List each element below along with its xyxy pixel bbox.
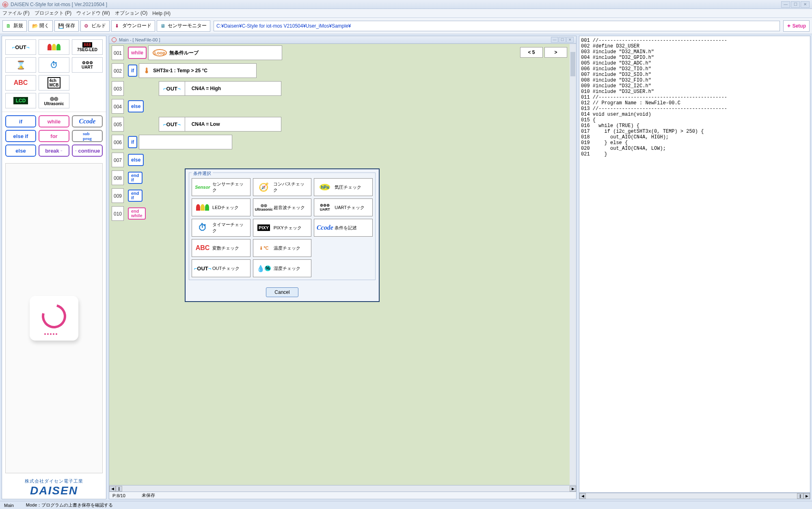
editor-title: Main - [ NewFile-00 ] xyxy=(119,37,160,42)
setup-icon: ✦ xyxy=(787,23,791,29)
palette-abc[interactable]: ABC xyxy=(5,75,36,91)
led-icon xyxy=(194,201,211,214)
build-button[interactable]: ⚙ビルド xyxy=(80,20,110,32)
dlg-abc[interactable]: ABC変数チェック xyxy=(192,239,251,257)
menu-project[interactable]: プロジェクト (P) xyxy=(35,10,71,17)
menubar: ファイル (F) プロジェクト (P) ウィンドウ (W) オプション (O) … xyxy=(0,9,812,18)
block-if2-cond[interactable] xyxy=(139,135,232,149)
flow-vscroll[interactable] xyxy=(570,44,576,485)
block-while[interactable]: while xyxy=(128,47,147,59)
editor-titlebar: Main - [ NewFile-00 ] — ☐ ✕ xyxy=(109,36,577,44)
block-else2[interactable]: else xyxy=(128,154,144,166)
build-icon: ⚙ xyxy=(84,23,90,29)
minimize-button[interactable]: — xyxy=(781,1,790,8)
ctrl-subprog[interactable]: sub prog xyxy=(72,130,103,142)
block-endwhile[interactable]: end while xyxy=(128,207,146,220)
ctrl-for[interactable]: for xyxy=(39,130,69,142)
palette-ultrasonic[interactable]: ◎◎Ultrasonic xyxy=(39,93,69,108)
toolbar: 🗎新規 📂開く 💾保存 ⚙ビルド ⬇ダウンロード 🖥センサーモニター C:¥Da… xyxy=(0,18,812,34)
right-panel: 001 //----------------------------------… xyxy=(579,36,810,499)
palette-out[interactable]: ⌐OUT¬ xyxy=(5,39,36,55)
hscroll-right[interactable]: ▶ xyxy=(570,486,576,492)
menu-window[interactable]: ウィンドウ (W) xyxy=(76,10,110,17)
condition-dialog: 条件選択 Sensorセンサーチェック 🧭コンパスチェック hPa気圧チェック … xyxy=(185,168,380,302)
palette-lcd[interactable]: LCD xyxy=(5,93,36,108)
nav-back[interactable]: < 5 xyxy=(520,47,543,58)
status-mode: Mode：プログラムの上書き保存を確認する xyxy=(26,502,113,508)
dlg-sensor[interactable]: Sensorセンサーチェック xyxy=(192,178,251,196)
menu-file[interactable]: ファイル (F) xyxy=(2,10,30,17)
flow-hscroll[interactable]: ◀ ‖ ▶ xyxy=(109,485,577,492)
sensor-monitor-button[interactable]: 🖥センサーモニター xyxy=(157,20,210,32)
hpa-icon: hPa xyxy=(317,181,333,194)
palette-7seg[interactable]: 8887SEG-LED xyxy=(72,39,103,55)
code-view[interactable]: 001 //----------------------------------… xyxy=(579,36,810,493)
ctrl-continue[interactable]: ←continue xyxy=(72,145,103,157)
block-loop[interactable]: Loop無条件ループ xyxy=(148,45,282,60)
dlg-hpa[interactable]: hPa気圧チェック xyxy=(314,178,373,196)
close-button[interactable]: ✕ xyxy=(801,1,810,8)
palette-uart[interactable]: ⚙⚙⚙UART xyxy=(72,57,103,73)
download-button[interactable]: ⬇ダウンロード xyxy=(111,20,155,32)
dlg-pixy[interactable]: PIXYPIXYチェック xyxy=(253,219,312,237)
dlg-temp[interactable]: 🌡℃温度チェック xyxy=(253,239,312,257)
code-hscroll[interactable]: ◀ ‖ ▶ xyxy=(579,493,810,499)
uart-icon: ⚙⚙⚙ xyxy=(82,60,93,65)
hscroll-left[interactable]: ◀ xyxy=(109,486,116,492)
open-button[interactable]: 📂開く xyxy=(28,20,53,32)
block-endif[interactable]: end if xyxy=(128,172,143,184)
path-field[interactable]: C:¥Daisen¥C-Style for iot-mos V210504¥Us… xyxy=(214,21,780,31)
editor-close[interactable]: ✕ xyxy=(566,37,574,43)
block-if2[interactable]: if xyxy=(128,136,137,148)
ctrl-else[interactable]: else xyxy=(5,145,36,157)
temp-icon: 🌡℃ xyxy=(256,242,272,254)
brand-jp: 株式会社ダイセン電子工業 xyxy=(5,478,103,484)
dlg-ultrasonic[interactable]: ◎◎Ultrasonic超音波チェック xyxy=(253,198,312,216)
compass-icon: 🧭 xyxy=(256,181,272,194)
setup-button[interactable]: ✦Setup xyxy=(783,20,810,32)
palette-led[interactable] xyxy=(39,39,69,55)
brand: 株式会社ダイセン電子工業 DAISEN xyxy=(2,477,106,499)
editor-maximize[interactable]: ☐ xyxy=(559,37,566,43)
device-preview xyxy=(5,163,103,473)
palette-empty1 xyxy=(72,75,103,91)
block-if-cond[interactable]: 🌡SHT3x-1 : Temp > 25 °C xyxy=(139,63,257,78)
cancel-button[interactable]: Cancel xyxy=(266,287,298,297)
new-button[interactable]: 🗎新規 xyxy=(2,20,27,32)
dlg-led[interactable]: LEDチェック xyxy=(192,198,251,216)
menu-help[interactable]: Help (H) xyxy=(152,11,171,16)
window-title: DAISEN C-Style for iot-mos [ Ver.2021050… xyxy=(11,2,781,7)
menu-option[interactable]: オプション (O) xyxy=(115,10,148,17)
ctrl-break[interactable]: break→ xyxy=(39,145,69,157)
save-button[interactable]: 💾保存 xyxy=(54,20,79,32)
dlg-ccode[interactable]: Ccode条件を記述 xyxy=(314,219,373,237)
block-out1[interactable]: ⌐OUT¬ CN4A = High xyxy=(159,81,281,96)
abc-icon: ABC xyxy=(194,242,211,254)
dlg-humidity[interactable]: 💧%湿度チェック xyxy=(253,259,312,277)
ultrasonic-icon: ◎◎ xyxy=(50,96,58,101)
open-icon: 📂 xyxy=(32,23,38,29)
palette-timer[interactable]: ⏱ xyxy=(39,57,69,73)
dlg-out[interactable]: ⌐OUT¬OUTチェック xyxy=(192,259,251,277)
dlg-uart[interactable]: ⚙⚙⚙UARTUARTチェック xyxy=(314,198,373,216)
status-position: P:8/10 xyxy=(112,493,125,498)
dialog-title: 条件選択 xyxy=(192,170,213,177)
block-out2[interactable]: ⌐OUT¬ CN4A = Low xyxy=(159,117,281,132)
ctrl-ccode[interactable]: Ccode xyxy=(72,115,103,127)
palette-4chmcb[interactable]: 4ch MCB xyxy=(39,75,69,91)
block-endif2[interactable]: end if xyxy=(128,190,143,202)
dlg-timer[interactable]: ⏱タイマーチェック xyxy=(192,219,251,237)
ctrl-while[interactable]: while xyxy=(39,115,69,127)
ctrl-if[interactable]: if xyxy=(5,115,36,127)
block-else[interactable]: else xyxy=(128,100,144,112)
editor-minimize[interactable]: — xyxy=(551,37,558,43)
hscroll-step[interactable]: ‖ xyxy=(116,486,122,492)
nav-forward[interactable]: > xyxy=(544,47,567,58)
dlg-compass[interactable]: 🧭コンパスチェック xyxy=(253,178,312,196)
maximize-button[interactable]: ☐ xyxy=(791,1,800,8)
ctrl-elseif[interactable]: else if xyxy=(5,130,36,142)
palette-hourglass[interactable]: ⌛ xyxy=(5,57,36,73)
thermometer-icon: 🌡 xyxy=(143,67,151,75)
block-if[interactable]: if xyxy=(128,65,137,77)
seg7-icon: 888 xyxy=(82,42,92,47)
